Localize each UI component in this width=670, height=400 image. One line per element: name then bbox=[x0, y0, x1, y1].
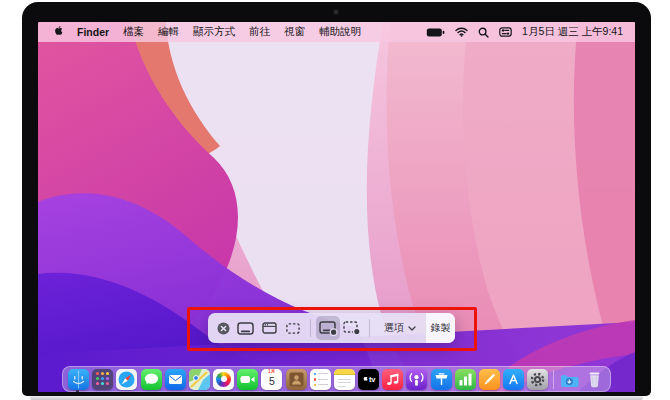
search-icon[interactable] bbox=[478, 27, 489, 38]
menu-app-name[interactable]: Finder bbox=[77, 26, 109, 38]
dock-numbers-icon[interactable] bbox=[455, 369, 476, 390]
dock-podcasts-icon[interactable] bbox=[406, 369, 427, 390]
control-center-icon[interactable] bbox=[499, 27, 512, 37]
capture-entire-screen-icon[interactable] bbox=[233, 316, 257, 340]
menu-bar: Finder 檔案 編輯 顯示方式 前往 視窗 輔助說明 bbox=[38, 22, 635, 42]
dock-safari-icon[interactable] bbox=[116, 369, 137, 390]
capture-selected-portion-icon[interactable] bbox=[281, 316, 305, 340]
menu-bar-datetime[interactable]: 1月5日 週三 上午9:41 bbox=[522, 25, 623, 39]
tv-label: tv bbox=[369, 375, 375, 384]
dock-calendar-icon[interactable]: 1月 5 bbox=[261, 369, 282, 390]
dock-pages-icon[interactable] bbox=[479, 369, 500, 390]
capture-selected-window-icon[interactable] bbox=[257, 316, 281, 340]
menu-file[interactable]: 檔案 bbox=[123, 25, 144, 39]
macbook-body-edge bbox=[30, 396, 643, 400]
dock-launchpad-icon[interactable] bbox=[92, 369, 113, 390]
dock-trash-icon[interactable] bbox=[584, 369, 605, 390]
dock-messages-icon[interactable] bbox=[141, 369, 162, 390]
dock-appstore-icon[interactable] bbox=[503, 369, 524, 390]
menu-window[interactable]: 視窗 bbox=[284, 25, 305, 39]
record-label: 錄製 bbox=[431, 321, 451, 335]
menu-view[interactable]: 顯示方式 bbox=[193, 25, 235, 39]
apple-menu-icon[interactable] bbox=[52, 26, 63, 39]
macbook-mockup: Finder 檔案 編輯 顯示方式 前往 視窗 輔助說明 bbox=[0, 0, 670, 400]
options-button[interactable]: 選項 bbox=[375, 313, 425, 343]
dock-tv-icon[interactable]: tv bbox=[358, 369, 379, 390]
menu-go[interactable]: 前往 bbox=[249, 25, 270, 39]
toolbar-divider bbox=[310, 319, 311, 337]
dock-divider bbox=[553, 370, 554, 389]
dock-keynote-icon[interactable] bbox=[431, 369, 452, 390]
battery-icon[interactable] bbox=[426, 27, 445, 38]
screen: Finder 檔案 編輯 顯示方式 前往 視窗 輔助說明 bbox=[38, 22, 635, 392]
camera-dot bbox=[334, 10, 338, 14]
record-button[interactable]: 錄製 bbox=[425, 313, 455, 343]
dock-system-preferences-icon[interactable] bbox=[527, 369, 548, 390]
calendar-day-label: 5 bbox=[269, 375, 275, 387]
screenshot-toolbar: 選項 錄製 bbox=[208, 313, 455, 343]
close-icon[interactable] bbox=[215, 316, 231, 340]
dock-music-icon[interactable] bbox=[382, 369, 403, 390]
menu-edit[interactable]: 編輯 bbox=[158, 25, 179, 39]
dock-mail-icon[interactable] bbox=[165, 369, 186, 390]
finder-running-indicator bbox=[76, 390, 79, 392]
record-entire-screen-icon[interactable] bbox=[316, 316, 340, 340]
toolbar-divider bbox=[369, 319, 370, 337]
menu-help[interactable]: 輔助說明 bbox=[319, 25, 361, 39]
dock-photos-icon[interactable] bbox=[213, 369, 234, 390]
dock-finder-icon[interactable] bbox=[68, 369, 89, 390]
dock-facetime-icon[interactable] bbox=[237, 369, 258, 390]
dock-maps-icon[interactable] bbox=[189, 369, 210, 390]
dock-downloads-icon[interactable] bbox=[560, 369, 581, 390]
display-bezel: Finder 檔案 編輯 顯示方式 前往 視窗 輔助說明 bbox=[22, 2, 651, 396]
chevron-down-icon bbox=[408, 326, 416, 331]
dock: 1月 5 bbox=[62, 366, 611, 392]
record-selected-portion-icon[interactable] bbox=[340, 316, 364, 340]
dock-notes-icon[interactable] bbox=[334, 369, 355, 390]
dock-reminders-icon[interactable] bbox=[310, 369, 331, 390]
dock-contacts-icon[interactable] bbox=[286, 369, 307, 390]
wifi-icon[interactable] bbox=[455, 27, 468, 37]
options-label: 選項 bbox=[384, 321, 404, 335]
